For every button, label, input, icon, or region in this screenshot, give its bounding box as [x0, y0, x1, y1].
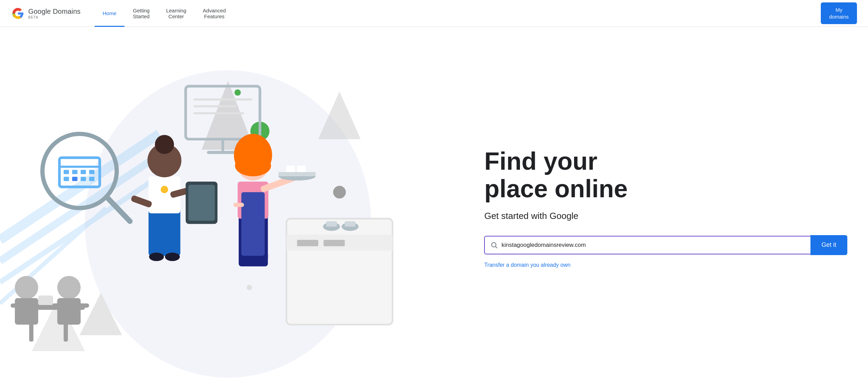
svg-point-51 — [161, 186, 168, 193]
svg-line-75 — [496, 246, 497, 248]
svg-rect-40 — [345, 221, 356, 226]
svg-point-49 — [149, 252, 164, 261]
svg-rect-61 — [286, 166, 295, 172]
svg-point-11 — [333, 186, 346, 198]
nav-home[interactable]: Home — [94, 0, 125, 27]
svg-point-44 — [155, 135, 174, 154]
search-input[interactable] — [501, 242, 805, 249]
svg-rect-38 — [326, 221, 337, 226]
search-icon — [490, 241, 498, 249]
svg-point-70 — [57, 276, 81, 299]
transfer-domain-link[interactable]: Transfer a domain you already own — [484, 262, 847, 268]
logo-google-domains: Google Domains — [28, 8, 81, 15]
nav-getting-started[interactable]: Getting Started — [125, 0, 158, 27]
main-content: Find your place online Get started with … — [0, 27, 868, 389]
svg-rect-71 — [57, 298, 81, 325]
content-side: Find your place online Get started with … — [477, 127, 868, 288]
svg-rect-19 — [72, 170, 77, 174]
svg-rect-62 — [297, 166, 306, 172]
nav-advanced-features[interactable]: Advanced Features — [195, 0, 234, 27]
svg-rect-41 — [149, 208, 180, 256]
svg-rect-60 — [278, 172, 316, 176]
svg-rect-25 — [89, 177, 94, 181]
svg-rect-18 — [64, 170, 69, 174]
svg-point-57 — [235, 155, 271, 176]
main-nav: Home Getting Started Learning Center Adv… — [94, 0, 821, 27]
main-heading: Find your place online — [484, 148, 847, 202]
sub-heading: Get started with Google — [484, 211, 847, 221]
svg-rect-73 — [38, 295, 53, 305]
google-logo-icon — [11, 7, 25, 20]
logo-text-group: Google Domains BETA — [28, 8, 81, 19]
hero-illustration — [0, 28, 477, 388]
get-it-button[interactable]: Get it — [810, 235, 847, 255]
svg-rect-21 — [64, 177, 69, 181]
header-right: My domains — [821, 2, 857, 24]
svg-rect-35 — [297, 240, 318, 246]
svg-rect-69 — [11, 303, 21, 307]
svg-rect-47 — [188, 185, 215, 221]
logo-area: Google Domains BETA — [11, 7, 81, 20]
nav-learning-center[interactable]: Learning Center — [158, 0, 194, 27]
svg-point-32 — [234, 89, 241, 95]
svg-rect-20 — [81, 170, 86, 174]
search-box-wrapper — [484, 236, 810, 254]
logo-beta-label: BETA — [28, 15, 81, 19]
svg-rect-54 — [241, 192, 265, 256]
search-area: Get it — [484, 235, 847, 255]
illustration-side — [0, 28, 477, 388]
svg-rect-28 — [207, 151, 238, 154]
header: Google Domains BETA Home Getting Started… — [0, 0, 868, 27]
svg-rect-36 — [324, 240, 345, 246]
svg-point-13 — [247, 285, 252, 290]
svg-point-50 — [165, 252, 180, 261]
my-domains-button[interactable]: My domains — [821, 2, 857, 24]
svg-rect-72 — [79, 303, 89, 307]
svg-rect-22 — [72, 177, 77, 181]
svg-rect-23 — [81, 177, 86, 181]
svg-rect-24 — [89, 170, 94, 174]
svg-point-67 — [15, 276, 38, 299]
svg-rect-68 — [15, 298, 38, 325]
svg-rect-63 — [233, 203, 244, 207]
